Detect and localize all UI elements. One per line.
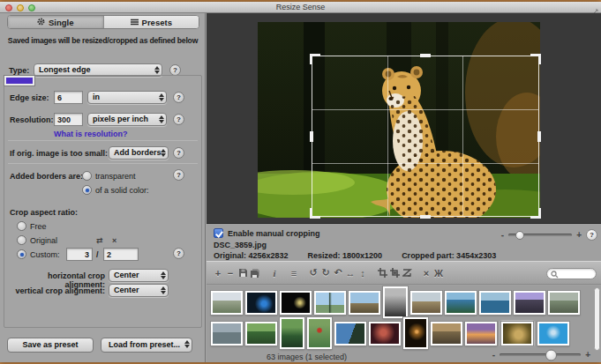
thumbnail[interactable] — [383, 286, 408, 318]
zoom-slider-thumb[interactable] — [515, 231, 524, 240]
crop-edge-handle[interactable] — [310, 131, 313, 142]
thumbnail[interactable] — [445, 291, 477, 315]
remove-images-icon[interactable]: − — [224, 268, 237, 279]
thumbnail[interactable] — [245, 322, 277, 345]
swap-ratio-icon[interactable]: ⇄ — [96, 236, 103, 245]
resolution-unit-dropdown[interactable]: pixels per inch — [87, 113, 167, 126]
auto-crop-icon[interactable] — [401, 268, 413, 278]
cropped-size: Cropped part: 3454x2303 — [402, 251, 496, 260]
ratio-height-input[interactable]: 2 — [103, 248, 139, 261]
radio-original[interactable] — [17, 235, 26, 245]
borders-label: Added borders are: — [10, 172, 83, 181]
thumbnail[interactable] — [369, 322, 401, 345]
tab-presets[interactable]: Presets — [103, 16, 199, 28]
stepper-arrows-icon — [184, 340, 190, 348]
gallery-scrollbar[interactable] — [594, 287, 600, 351]
zoom-slider[interactable] — [508, 234, 572, 236]
enable-cropping-label: Enable manual cropping — [228, 229, 320, 238]
thumbnail[interactable] — [245, 291, 277, 315]
thumbnail[interactable] — [514, 291, 545, 315]
search-input[interactable] — [546, 268, 597, 279]
h-align-dropdown[interactable]: Center — [109, 269, 169, 282]
help-button[interactable]: ? — [173, 147, 184, 159]
crop-corner-handle[interactable] — [530, 54, 541, 64]
resized-size: Resized: 1800x1200 — [308, 251, 383, 260]
thumbnail-row — [211, 318, 569, 348]
thumbnail[interactable] — [280, 291, 312, 315]
too-small-dropdown[interactable]: Add borders — [109, 146, 169, 160]
remove-all-icon[interactable]: Ж — [432, 268, 445, 279]
type-value: Longest edge — [39, 65, 91, 74]
edge-size-input[interactable]: 6 — [54, 91, 83, 104]
enable-cropping-checkbox[interactable] — [214, 228, 223, 238]
crop-corner-handle[interactable] — [310, 54, 320, 64]
list-view-icon[interactable]: ≡ — [288, 268, 300, 279]
rotate-left-icon[interactable]: ↺ — [307, 267, 319, 279]
thumbnail[interactable] — [465, 322, 497, 345]
radio-free[interactable] — [17, 221, 26, 231]
thumbnail-size-slider[interactable] — [500, 353, 581, 356]
thumbnail[interactable] — [211, 322, 243, 345]
radio-transparent[interactable] — [82, 171, 92, 181]
v-align-dropdown[interactable]: Center — [109, 284, 169, 297]
help-button[interactable]: ? — [173, 248, 184, 259]
thumbnail[interactable] — [314, 291, 346, 315]
help-button[interactable]: ? — [173, 92, 184, 103]
stepper-arrows-icon — [161, 286, 166, 294]
color-swatch[interactable] — [4, 76, 34, 85]
thumbnail[interactable] — [537, 322, 569, 345]
crop-icon[interactable] — [376, 268, 388, 278]
radio-free-label: Free — [30, 222, 47, 231]
save-icon[interactable] — [237, 268, 249, 278]
edge-unit-dropdown[interactable]: in — [87, 91, 167, 104]
flip-horizontal-icon[interactable]: ↔ — [344, 268, 357, 279]
crop-corner-handle[interactable] — [530, 208, 541, 219]
zoom-out-label[interactable]: - — [501, 230, 504, 240]
crop-edge-handle[interactable] — [420, 215, 431, 219]
thumbnail[interactable] — [431, 322, 462, 345]
app-window: Resize Sense Single Presets Saved images… — [0, 2, 601, 362]
thumbnail-size-thumb[interactable] — [545, 349, 557, 360]
titlebar[interactable]: Resize Sense — [0, 2, 601, 13]
help-button[interactable]: ? — [173, 114, 184, 125]
help-button[interactable]: ? — [586, 229, 597, 241]
add-images-icon[interactable]: + — [212, 268, 224, 279]
radio-solid-color[interactable] — [82, 185, 92, 195]
load-from-preset-dropdown[interactable]: Load from preset... — [101, 338, 192, 353]
smaller-thumbs-label[interactable]: - — [492, 350, 495, 360]
thumbnail[interactable] — [479, 291, 511, 315]
crop-settings-icon[interactable] — [388, 268, 401, 278]
crop-rectangle[interactable] — [312, 56, 539, 217]
thumbnail[interactable] — [280, 317, 304, 349]
radio-original-label: Original — [30, 236, 57, 245]
save-as-preset-button[interactable]: Save as preset — [7, 338, 94, 353]
thumbnail-selected[interactable] — [501, 322, 533, 345]
flip-vertical-icon[interactable]: ↕ — [357, 268, 369, 279]
what-is-resolution-link[interactable]: What is resolution? — [54, 130, 128, 138]
thumbnail[interactable] — [211, 291, 243, 315]
resolution-input[interactable]: 300 — [54, 113, 83, 126]
save-all-icon[interactable] — [249, 268, 261, 279]
thumbnail[interactable] — [334, 322, 366, 345]
remove-from-list-icon[interactable]: × — [420, 268, 432, 279]
clear-ratio-icon[interactable]: × — [112, 236, 116, 245]
rotate-right-icon[interactable]: ↻ — [319, 267, 332, 279]
thumbnail[interactable] — [349, 291, 380, 315]
thumbnail[interactable] — [307, 317, 332, 349]
thumbnail[interactable] — [403, 317, 428, 349]
crop-edge-handle[interactable] — [537, 131, 541, 142]
thumbnail[interactable] — [548, 291, 580, 315]
help-button[interactable]: ? — [173, 169, 184, 181]
info-icon[interactable]: i — [268, 268, 281, 279]
crop-corner-handle[interactable] — [310, 208, 320, 219]
settings-sidebar: Single Presets Saved images will be resi… — [0, 13, 206, 362]
thumbnail[interactable] — [410, 291, 442, 315]
crop-edge-handle[interactable] — [420, 54, 431, 57]
larger-thumbs-label[interactable]: + — [585, 350, 590, 360]
radio-transparent-label: transparent — [95, 172, 136, 181]
zoom-in-label[interactable]: + — [576, 230, 582, 240]
radio-custom[interactable] — [17, 249, 26, 259]
rotate-180-icon[interactable]: ↶ — [332, 267, 344, 279]
tab-single[interactable]: Single — [8, 16, 103, 28]
ratio-width-input[interactable]: 3 — [66, 248, 93, 261]
